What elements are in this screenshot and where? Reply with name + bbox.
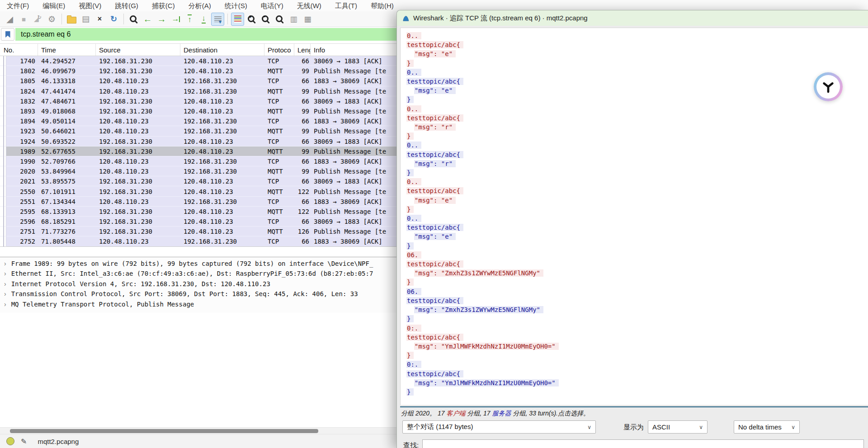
find-label: 查找: — [403, 441, 419, 448]
reload-file-icon[interactable]: ↻ — [107, 13, 120, 26]
column-header[interactable]: Lengt — [294, 44, 311, 56]
column-header[interactable]: Protoco — [264, 44, 294, 56]
delta-value: No delta times — [738, 423, 782, 431]
wireshark-app: 文件(F)编辑(E)视图(V)跳转(G)捕获(C)分析(A)统计(S)电话(Y)… — [0, 0, 868, 448]
conversation-select[interactable]: 整个对话 (1147 bytes) ∨ — [402, 420, 596, 434]
zoom-in-icon[interactable]: + — [245, 13, 258, 26]
floating-logo-badge[interactable] — [814, 72, 843, 101]
client-packets-link[interactable]: 客户端 — [446, 410, 465, 417]
stream-line: } — [406, 168, 868, 177]
numbered-columns-icon[interactable]: ▦ — [301, 13, 314, 26]
stream-line: testtopic/abc{ — [406, 150, 868, 159]
menu-item[interactable]: 分析(A) — [182, 0, 218, 11]
go-to-bottom-icon[interactable]: ↓ — [197, 13, 210, 26]
column-header[interactable]: Destination — [180, 44, 264, 56]
go-to-packet-icon[interactable]: → — [169, 13, 182, 26]
chevron-down-icon: ∨ — [587, 424, 591, 430]
stream-line: testtopic/abc{ — [406, 186, 868, 195]
filter-bookmark-button[interactable] — [1, 28, 14, 41]
chevron-down-icon: ∨ — [699, 424, 703, 430]
resize-columns-icon[interactable]: ▥ — [287, 13, 300, 26]
stream-line: 0:. — [406, 324, 868, 333]
column-header[interactable]: Time — [38, 44, 96, 56]
stream-line: 0:. — [406, 360, 868, 369]
menu-item[interactable]: 统计(S) — [218, 0, 254, 11]
stream-line: 0.. — [406, 214, 868, 223]
capture-options-icon[interactable]: ⚙ — [45, 13, 58, 26]
show-as-label: 显示为 — [623, 423, 644, 432]
dialog-title-bar[interactable]: Wireshark · 追踪 TCP 流 (tcp.stream eq 6) ·… — [397, 10, 868, 26]
toolbar-separator — [61, 14, 62, 24]
stream-line: 06. — [406, 250, 868, 259]
related-packets-spine — [3, 56, 6, 247]
stream-line: "msg": "e" — [406, 232, 868, 241]
expand-chevron-icon[interactable]: › — [4, 270, 6, 277]
save-file-icon[interactable]: ▤ — [79, 13, 92, 26]
stream-line: "msg": "YmJlMWFkMzdhNzI1MzU0MmEyOH0=" — [406, 342, 868, 351]
menu-item[interactable]: 文件(F) — [0, 0, 36, 11]
expand-chevron-icon[interactable]: › — [4, 301, 6, 308]
stream-line: } — [406, 241, 868, 250]
stream-line: "msg": "ZmxhZ3s1ZWYwMzE5NGFlNGMy" — [406, 269, 868, 278]
stream-line: testtopic/abc{ — [406, 113, 868, 123]
go-to-top-icon[interactable]: ↑ — [183, 13, 196, 26]
column-header[interactable]: Source — [96, 44, 180, 56]
trident-logo-icon — [816, 75, 840, 99]
toolbar-separator — [123, 14, 124, 24]
capture-comment-icon[interactable]: ✎ — [21, 437, 27, 446]
status-filename: mqtt2.pcapng — [38, 438, 79, 445]
bookmark-icon — [5, 31, 10, 38]
show-as-value: ASCII — [652, 423, 670, 431]
menu-item[interactable]: 捕获(C) — [145, 0, 182, 11]
restart-capture-icon[interactable]: ◢↻ — [31, 13, 44, 26]
stream-line: "msg": "r" — [406, 159, 868, 168]
auto-scroll-icon[interactable]: ▼ — [211, 13, 224, 26]
stream-line: } — [406, 351, 868, 360]
stream-line: testtopic/abc{ — [406, 369, 868, 378]
stream-line: 0.. — [406, 31, 868, 40]
stream-line: 0.. — [406, 68, 868, 77]
find-input[interactable] — [422, 439, 864, 448]
start-capture-icon[interactable]: ◢ — [3, 13, 16, 26]
expand-chevron-icon[interactable]: › — [4, 280, 6, 288]
delta-times-select[interactable]: No delta times ∨ — [734, 420, 800, 434]
server-packets-link[interactable]: 服务器 — [492, 410, 511, 417]
dialog-title: Wireshark · 追踪 TCP 流 (tcp.stream eq 6) ·… — [413, 14, 588, 23]
menu-item[interactable]: 工具(T) — [328, 0, 364, 11]
stream-separator — [400, 406, 868, 407]
column-header[interactable]: No. — [0, 44, 38, 56]
open-file-icon[interactable] — [65, 13, 78, 26]
expand-chevron-icon[interactable]: › — [4, 290, 6, 297]
stream-text[interactable]: 0..testtopic/abc{ "msg": "e"}0..testtopi… — [400, 28, 868, 406]
menu-item[interactable]: 视图(V) — [72, 0, 108, 11]
show-as-select[interactable]: ASCII ∨ — [648, 420, 708, 434]
zoom-out-icon[interactable]: − — [259, 13, 272, 26]
stream-line: } — [406, 387, 868, 396]
menu-item[interactable]: 无线(W) — [290, 0, 328, 11]
menu-item[interactable]: 编辑(E) — [36, 0, 72, 11]
stream-line: } — [406, 59, 868, 68]
stream-line: } — [406, 132, 868, 141]
stream-line: testtopic/abc{ — [406, 77, 868, 86]
filter-value: tcp.stream eq 6 — [21, 30, 71, 38]
go-back-icon[interactable]: ← — [141, 13, 154, 26]
conversation-value: 整个对话 (1147 bytes) — [407, 423, 473, 431]
menu-item[interactable]: 跳转(G) — [108, 0, 145, 11]
menu-item[interactable]: 电话(Y) — [254, 0, 290, 11]
scrollbar-thumb[interactable] — [10, 429, 318, 433]
stop-capture-icon[interactable]: ■ — [17, 13, 30, 26]
stream-line: } — [406, 95, 868, 104]
expert-info-icon[interactable] — [6, 437, 14, 445]
stream-line: } — [406, 314, 868, 323]
find-packet-icon[interactable] — [127, 13, 140, 26]
expand-chevron-icon[interactable]: › — [4, 260, 6, 267]
stream-hint: 分组 2020。 17 客户端 分组, 17 服务器 分组, 33 turn(s… — [401, 410, 590, 418]
stream-line: 06. — [406, 287, 868, 296]
colorize-icon[interactable] — [231, 13, 244, 26]
close-file-icon[interactable]: × — [93, 13, 106, 26]
stream-line: 0.. — [406, 141, 868, 150]
zoom-reset-icon[interactable] — [273, 13, 286, 26]
go-forward-icon[interactable]: → — [155, 13, 168, 26]
stream-line: } — [406, 205, 868, 214]
menu-item[interactable]: 帮助(H) — [364, 0, 401, 11]
